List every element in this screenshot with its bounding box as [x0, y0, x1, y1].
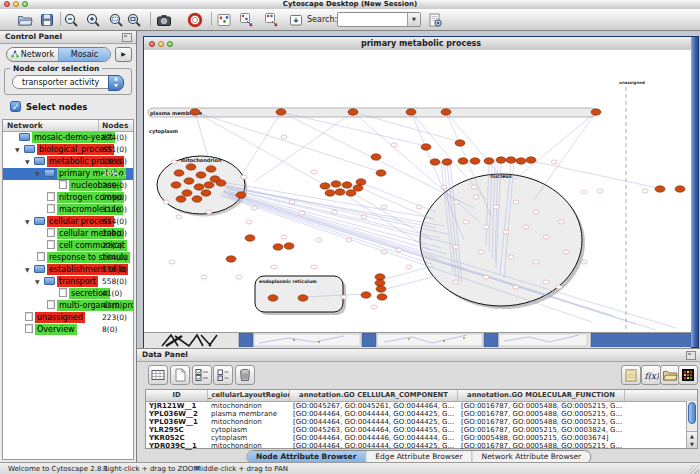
network-window-titlebar[interactable]: primary metabolic process — [144, 37, 698, 51]
scroll-up-icon[interactable]: ▲ — [687, 432, 697, 440]
node-color-dropdown[interactable]: transporter activity ▲▼ — [12, 75, 124, 89]
import-attributes-button[interactable] — [660, 365, 680, 385]
toolbar-separator — [150, 12, 151, 26]
folder-icon — [44, 169, 55, 177]
table-row[interactable]: YKR052Ccytoplasm[GO:0044464, GO:0044446,… — [146, 434, 697, 442]
close-window-button[interactable] — [4, 1, 10, 7]
save-icon — [39, 12, 55, 28]
expand-triangle-icon[interactable]: ▼ — [25, 216, 34, 228]
minimized-window-strip[interactable] — [144, 332, 691, 348]
zoom-window-button[interactable] — [22, 1, 28, 7]
tree-row[interactable]: ▼cellular process614(0) — [3, 216, 133, 228]
welcome-message: Welcome to Cytoscape 2.8.1 — [8, 465, 108, 473]
tree-row[interactable]: ▼biological_process651(0) — [3, 144, 133, 156]
select-attributes-button[interactable] — [192, 365, 212, 385]
open-session-button[interactable] — [16, 11, 34, 28]
expand-triangle-icon[interactable]: ▼ — [35, 276, 44, 288]
table-row[interactable]: YJR121W__1mitochondrion[GO:0045267, GO:0… — [146, 402, 697, 410]
mitochondrion-label: mitochondrion — [180, 157, 221, 163]
plasma-membrane-region[interactable] — [148, 108, 596, 117]
tree-row[interactable]: nucleobase-209(0) — [3, 180, 133, 192]
scrollbar-thumb[interactable] — [688, 402, 696, 424]
tree-row[interactable]: response to stimulu264(0) — [3, 252, 133, 264]
expand-triangle-icon[interactable]: ▼ — [25, 264, 34, 276]
float-panel-icon[interactable] — [686, 351, 696, 360]
tree-row[interactable]: macromolecule311(0) — [3, 204, 133, 216]
float-panel-icon[interactable] — [122, 33, 132, 42]
tab-network[interactable]: Network — [7, 48, 58, 61]
tree-row[interactable]: Overview8(0) — [3, 324, 133, 336]
zoom-view-button[interactable] — [167, 41, 173, 47]
table-row[interactable]: YLR295Ccytoplasm[GO:0045263, GO:0044464,… — [146, 426, 697, 434]
tree-row[interactable]: unassigned223(0) — [3, 312, 133, 324]
zoom-selected-button[interactable] — [107, 11, 125, 28]
column-header-region[interactable]: _cellularLayoutRegion — [208, 390, 290, 401]
scroll-down-icon[interactable]: ▼ — [687, 440, 697, 448]
tree-row[interactable]: mosaic-demo-yeast874(0) — [3, 132, 133, 144]
search-input[interactable] — [339, 14, 407, 23]
configure-search-button[interactable] — [426, 11, 444, 28]
table-scrollbar[interactable]: ▲▼ — [686, 401, 697, 448]
table-row[interactable]: YPL036W__2plasma membrane[GO:0044464, GO… — [146, 410, 697, 418]
save-session-button[interactable] — [38, 11, 56, 28]
notepad-icon — [623, 367, 639, 383]
column-header-molecular-function[interactable]: annotation.GO MOLECULAR_FUNCTION — [458, 390, 625, 401]
search-dropdown-arrow-icon[interactable]: ▼ — [407, 13, 420, 26]
minimize-window-button[interactable] — [13, 1, 19, 7]
zoom-out-button[interactable] — [62, 11, 80, 28]
window-scrollbar[interactable] — [691, 37, 698, 347]
create-attribute-button[interactable] — [170, 365, 190, 385]
zoom-in-button[interactable] — [84, 11, 102, 28]
expand-triangle-icon[interactable]: ▼ — [35, 168, 44, 180]
tree-row[interactable]: ▼establishment of lo558(0) — [3, 264, 133, 276]
network-tree: Network Nodes mosaic-demo-yeast874(0) ▼b… — [2, 119, 134, 460]
network-canvas[interactable]: plasma membrane cytoplasm mitochondrion … — [144, 50, 691, 332]
tree-column-network: Network — [7, 121, 43, 130]
resize-grip[interactable] — [690, 465, 699, 474]
select-nodes-label: Select nodes — [26, 102, 87, 112]
table-row[interactable]: YPL036W__1mitochondrion[GO:0044464, GO:0… — [146, 418, 697, 426]
function-builder-button[interactable]: f(x) — [641, 365, 661, 385]
unselect-attributes-button[interactable] — [213, 365, 233, 385]
attribute-heatmap-button[interactable] — [678, 365, 698, 385]
trash-icon — [237, 367, 253, 383]
scrollbar-arrows[interactable]: ▲▼ — [687, 431, 697, 448]
minimize-view-button[interactable] — [158, 41, 164, 47]
folder-icon — [34, 217, 45, 225]
import-annotation-button[interactable] — [215, 11, 233, 28]
tree-row[interactable]: cellular metabo209(0) — [3, 228, 133, 240]
annotation-tool-a-button[interactable] — [238, 11, 256, 28]
column-header-cellular-component[interactable]: annotation.GO CELLULAR_COMPONENT — [290, 390, 458, 401]
attribute-editor-button[interactable] — [621, 365, 641, 385]
expand-triangle-icon[interactable]: ▼ — [25, 156, 34, 168]
camera-icon — [156, 12, 172, 28]
close-view-button[interactable] — [149, 41, 155, 47]
help-button[interactable] — [186, 11, 204, 28]
tab-mosaic[interactable]: Mosaic — [58, 48, 110, 61]
delete-attribute-button[interactable] — [235, 365, 255, 385]
column-header-id[interactable]: ID — [146, 390, 208, 401]
tree-row[interactable]: secretion41(0) — [3, 288, 133, 300]
search-combobox[interactable]: ▼ — [337, 12, 421, 27]
file-icon — [47, 300, 55, 309]
file-icon — [47, 204, 55, 213]
attribute-table-button[interactable] — [148, 365, 168, 385]
tab-overflow-arrow-icon[interactable]: ▶ — [115, 47, 132, 62]
attribute-table-header[interactable]: ID _cellularLayoutRegion annotation.GO C… — [146, 390, 697, 402]
tree-row[interactable]: ▼transport558(0) — [3, 276, 133, 288]
network-window-controls[interactable] — [149, 41, 173, 47]
select-nodes-checkbox[interactable]: ✓ — [10, 101, 21, 112]
tree-row[interactable]: multi-organism pro42(0) — [3, 300, 133, 312]
annotation-tool-b-button[interactable] — [263, 11, 281, 28]
snapshot-button[interactable] — [155, 11, 173, 28]
expand-triangle-icon[interactable]: ▼ — [15, 144, 24, 156]
tree-row[interactable]: cell communicat22(0) — [3, 240, 133, 252]
zoom-fit-button[interactable] — [125, 11, 143, 28]
vizmapper-button[interactable] — [287, 11, 305, 28]
window-controls[interactable] — [4, 1, 28, 7]
folder-icon — [34, 157, 45, 165]
tree-row[interactable]: ▼metabolic process280(0) — [3, 156, 133, 168]
tree-row-selected[interactable]: ▼primary metabo209(... — [3, 168, 133, 180]
network-view-window[interactable]: primary metabolic process plasma membran… — [143, 36, 699, 348]
tree-row[interactable]: nitrogen compo209(0) — [3, 192, 133, 204]
